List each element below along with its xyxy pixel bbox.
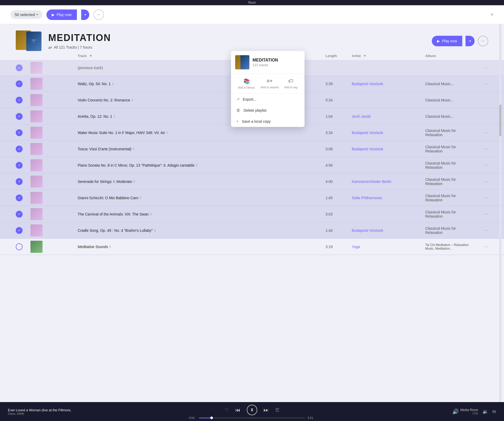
info-icon[interactable]: ℹ — [166, 131, 168, 135]
player-controls: ♡ ⏮ ⏸ ⏭ ☰ — [225, 405, 279, 415]
playlist-tracks-hours: All 121 Tracks | 7 hours — [54, 45, 92, 49]
track-artist[interactable]: Budapesti Vonósok — [352, 147, 425, 151]
track-thumbnail — [30, 241, 43, 253]
info-icon[interactable]: ℹ — [132, 98, 133, 102]
playlist-play-dropdown-button[interactable]: ▾ — [465, 36, 475, 46]
track-length: 1:44 — [326, 228, 352, 233]
track-checkbox[interactable] — [16, 178, 23, 185]
track-more-button[interactable]: ··· — [472, 162, 488, 168]
info-icon[interactable]: ℹ — [112, 82, 114, 86]
queue-icon[interactable]: ☰ — [275, 407, 279, 413]
track-artist[interactable]: Jenő Jandó — [352, 114, 425, 119]
add-to-tag-button[interactable]: 🏷 Add to tag — [284, 78, 297, 89]
playlist-title-area: MEDITATION ⇄ All 121 Tracks | 7 hours — [48, 32, 111, 50]
track-more-button[interactable]: ··· — [472, 146, 488, 152]
track-artist[interactable]: Sofia Philharmonic — [352, 196, 425, 200]
track-name-cell: Piano Sonata No. 8 in C Minor, Op. 13 "P… — [78, 163, 326, 167]
track-checkbox[interactable] — [16, 227, 23, 234]
selection-play-dropdown-button[interactable]: ▾ — [81, 9, 89, 20]
dropdown-album-art — [235, 55, 249, 69]
track-thumbnail — [30, 94, 43, 106]
play-pause-button[interactable]: ⏸ — [247, 405, 257, 415]
track-checkbox[interactable] — [16, 97, 23, 104]
track-length: 3:39 — [326, 82, 352, 86]
track-artist[interactable]: Yoga — [352, 245, 425, 249]
selection-play-now-button[interactable]: ▶ Play now — [46, 9, 77, 20]
track-name-cell: Serenade for Strings: I. Moderato ℹ — [78, 179, 326, 184]
progress-bar[interactable] — [199, 418, 305, 418]
track-checkbox[interactable] — [16, 146, 23, 152]
track-length: 3:03 — [326, 212, 352, 216]
track-more-button[interactable]: ··· — [472, 179, 488, 184]
track-thumbnail — [30, 208, 43, 220]
track-album: Classical Music... — [425, 98, 472, 102]
info-icon[interactable]: ℹ — [133, 147, 134, 151]
track-checkbox[interactable] — [16, 129, 23, 136]
track-checkbox[interactable] — [16, 194, 23, 201]
playlist-header: MEDIT MEDITATION ⇄ All 121 Tracks | 7 ho… — [0, 24, 504, 52]
info-icon[interactable]: ℹ — [196, 163, 197, 167]
track-album: Classical Music for Relaxation — [425, 210, 472, 218]
track-more-button[interactable]: ··· — [472, 130, 488, 135]
artist-filter-icon[interactable]: ▾ — [364, 54, 366, 58]
add-to-library-button[interactable]: 📚 Add to library — [238, 78, 255, 89]
track-album: Classical Music for Relaxation — [425, 226, 472, 235]
track-name: Gianni Schicchi: O Mio Babbino Caro ℹ — [78, 196, 141, 200]
info-icon[interactable]: ℹ — [154, 228, 156, 232]
dropdown-art-inner — [240, 55, 249, 69]
track-more-button[interactable]: ··· — [472, 211, 488, 217]
playlist-play-now-button[interactable]: ▶ Play now — [432, 36, 462, 46]
track-name: Violin Concerto No. 2: Romance ℹ — [78, 98, 133, 102]
info-icon[interactable]: ℹ — [114, 114, 115, 118]
add-to-playlist-button[interactable]: ≡+ Add to playlist — [261, 78, 279, 89]
track-more-button[interactable]: ··· — [472, 228, 488, 233]
bottom-player: Ever Loved a Woman (live at the Fillmore… — [0, 402, 504, 421]
chevron-down-icon: ▾ — [36, 13, 38, 16]
filter-icon[interactable]: ▾ — [90, 54, 92, 58]
track-more-button[interactable]: ··· — [472, 65, 488, 71]
selected-count-badge[interactable]: 50 selected ▾ — [10, 10, 42, 19]
heart-icon[interactable]: ♡ — [225, 407, 229, 413]
track-checkbox[interactable] — [16, 64, 23, 71]
info-icon[interactable]: ℹ — [150, 212, 152, 216]
track-more-button[interactable]: ··· — [472, 195, 488, 201]
track-album: Classical Music for Relaxation — [425, 177, 472, 186]
info-icon[interactable]: ℹ — [140, 196, 141, 200]
save-local-menu-item[interactable]: + Save a local copy — [231, 116, 304, 127]
progress-thumb[interactable] — [210, 417, 213, 419]
track-name: Arietta, Op. 12: No. 1 ℹ — [78, 114, 115, 119]
playlist-more-button[interactable]: ··· — [478, 36, 488, 46]
track-artist[interactable]: Budapesti Vonósok — [352, 82, 425, 86]
dropdown-playlist-header: MEDITATION 121 tracks — [231, 51, 304, 74]
track-checkbox[interactable] — [16, 162, 23, 169]
next-button[interactable]: ⏭ — [264, 407, 269, 413]
track-checkbox[interactable] — [16, 211, 23, 218]
track-artist[interactable]: Budapesti Vonósok — [352, 228, 425, 233]
track-artist[interactable]: Budapesti Vonósok — [352, 131, 425, 135]
track-more-button[interactable]: ··· — [472, 81, 488, 86]
track-checkbox[interactable] — [16, 80, 23, 87]
volume-icon[interactable]: 🔉 — [482, 409, 488, 414]
selection-close-button[interactable]: × — [490, 12, 494, 18]
export-menu-item[interactable]: ↗ Export... — [231, 94, 304, 105]
table-row: Gianni Schicchi: O Mio Babbino Caro ℹ 1:… — [0, 190, 504, 206]
track-checkbox[interactable] — [16, 243, 23, 250]
track-more-button[interactable]: ··· — [472, 244, 488, 249]
selection-more-button[interactable]: ··· — [93, 9, 104, 20]
player-right: 🔊 Media Room USB 🔉 55 — [452, 408, 496, 415]
output-info: 🔊 Media Room USB — [452, 408, 478, 415]
info-icon[interactable]: ℹ — [109, 245, 111, 249]
play-icon: ▶ — [52, 13, 55, 17]
dropdown-playlist-title: MEDITATION — [253, 58, 278, 63]
info-icon[interactable]: ℹ — [134, 179, 135, 183]
scrollbar[interactable] — [499, 24, 501, 421]
track-length: 4:56 — [326, 163, 352, 167]
delete-playlist-menu-item[interactable]: 🗑 Delete playlist — [231, 105, 304, 116]
track-artist[interactable]: Kammerorchester Berlin — [352, 179, 425, 184]
prev-button[interactable]: ⏮ — [235, 407, 240, 413]
track-checkbox[interactable] — [16, 113, 23, 120]
shuffle-icon: ⇄ — [48, 45, 52, 50]
scroll-thumb[interactable] — [499, 105, 501, 136]
track-name: Serenade for Strings: I. Moderato ℹ — [78, 179, 135, 184]
album-art-2: MEDIT — [26, 32, 41, 51]
